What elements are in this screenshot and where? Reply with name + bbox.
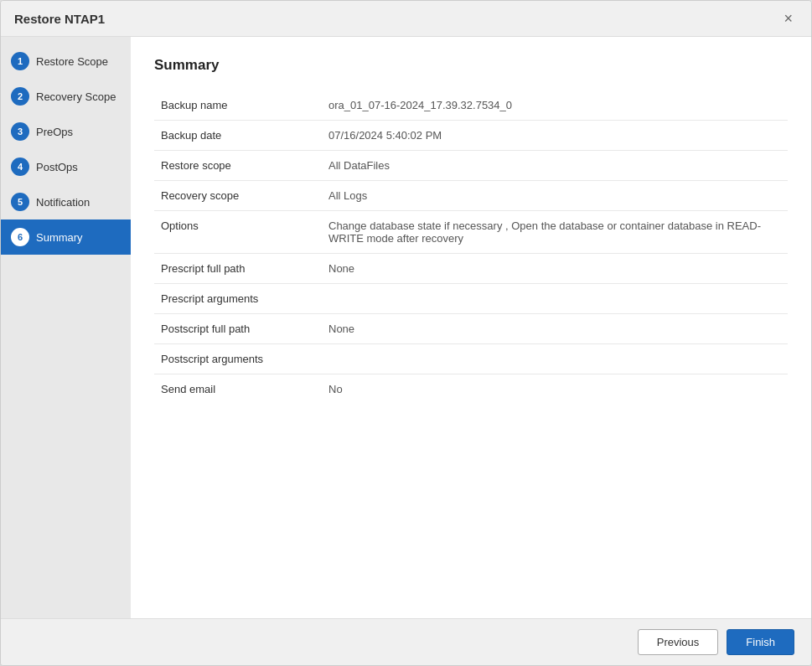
row-value: 07/16/2024 5:40:02 PM	[322, 121, 788, 151]
row-label: Send email	[154, 374, 322, 405]
row-label: Prescript full path	[154, 254, 322, 284]
sidebar-item-postops[interactable]: 4 PostOps	[1, 149, 131, 184]
row-label: Prescript arguments	[154, 284, 322, 314]
table-row: Postscript arguments	[154, 344, 788, 374]
summary-container: Summary Backup nameora_01_07-16-2024_17.…	[131, 37, 811, 618]
dialog-body: 1 Restore Scope 2 Recovery Scope 3 PreOp…	[1, 37, 811, 618]
sidebar-item-recovery-scope[interactable]: 2 Recovery Scope	[1, 79, 131, 114]
sidebar-item-label-6: Summary	[36, 231, 83, 244]
sidebar-item-label-4: PostOps	[36, 161, 78, 173]
row-value: None	[322, 254, 788, 284]
main-content: Summary Backup nameora_01_07-16-2024_17.…	[131, 37, 811, 618]
sidebar-item-notification[interactable]: 5 Notification	[1, 184, 131, 219]
row-label: Options	[154, 211, 322, 254]
row-value: Change database state if necessary , Ope…	[322, 211, 788, 254]
row-value: No	[322, 374, 788, 405]
table-row: Restore scopeAll DataFiles	[154, 151, 788, 181]
step-5-circle: 5	[11, 193, 29, 211]
row-label: Postscript full path	[154, 314, 322, 344]
sidebar-item-label-1: Restore Scope	[36, 55, 108, 68]
restore-dialog: Restore NTAP1 × 1 Restore Scope 2 Recove…	[0, 0, 812, 666]
row-value: None	[322, 314, 788, 344]
step-2-circle: 2	[11, 87, 29, 106]
table-row: Postscript full pathNone	[154, 314, 788, 344]
sidebar-item-label-5: Notification	[36, 196, 90, 209]
table-row: Prescript full pathNone	[154, 254, 788, 284]
sidebar-item-restore-scope[interactable]: 1 Restore Scope	[1, 44, 131, 79]
dialog-footer: Previous Finish	[1, 618, 811, 665]
previous-button[interactable]: Previous	[638, 629, 719, 655]
sidebar-item-summary[interactable]: 6 Summary	[1, 219, 131, 255]
row-label: Backup date	[154, 121, 322, 151]
step-6-circle: 6	[11, 228, 29, 246]
dialog-title: Restore NTAP1	[14, 12, 105, 26]
sidebar: 1 Restore Scope 2 Recovery Scope 3 PreOp…	[1, 37, 131, 618]
finish-button[interactable]: Finish	[727, 629, 794, 655]
row-label: Restore scope	[154, 151, 322, 181]
summary-table: Backup nameora_01_07-16-2024_17.39.32.75…	[154, 90, 788, 404]
close-button[interactable]: ×	[778, 9, 798, 28]
step-1-circle: 1	[11, 52, 29, 70]
table-row: Send emailNo	[154, 374, 788, 405]
step-3-circle: 3	[11, 122, 29, 141]
row-value: All Logs	[322, 181, 788, 211]
row-value	[322, 284, 788, 314]
row-label: Backup name	[154, 90, 322, 121]
row-value	[322, 344, 788, 374]
dialog-header: Restore NTAP1 ×	[1, 1, 811, 37]
table-row: Recovery scopeAll Logs	[154, 181, 788, 211]
sidebar-item-label-3: PreOps	[36, 126, 73, 138]
row-label: Recovery scope	[154, 181, 322, 211]
table-row: Prescript arguments	[154, 284, 788, 314]
sidebar-item-preops[interactable]: 3 PreOps	[1, 114, 131, 149]
sidebar-item-label-2: Recovery Scope	[36, 90, 116, 103]
table-row: Backup nameora_01_07-16-2024_17.39.32.75…	[154, 90, 788, 121]
table-row: OptionsChange database state if necessar…	[154, 211, 788, 254]
step-4-circle: 4	[11, 157, 29, 176]
summary-title: Summary	[154, 57, 788, 74]
row-value: All DataFiles	[322, 151, 788, 181]
table-row: Backup date07/16/2024 5:40:02 PM	[154, 121, 788, 151]
row-value: ora_01_07-16-2024_17.39.32.7534_0	[322, 90, 788, 121]
row-label: Postscript arguments	[154, 344, 322, 374]
